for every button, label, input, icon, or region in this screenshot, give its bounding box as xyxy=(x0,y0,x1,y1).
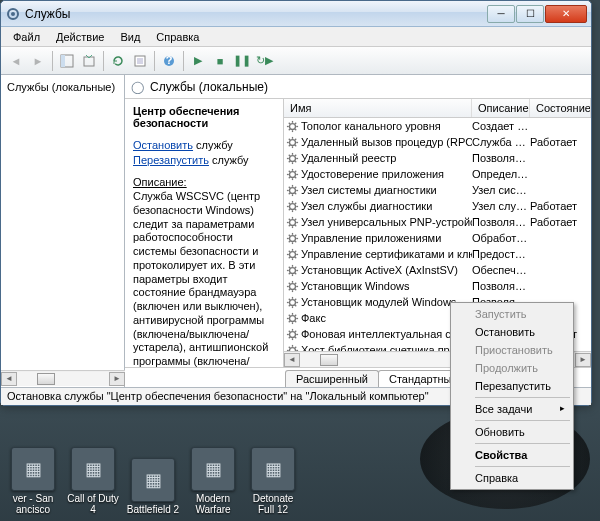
ctx-resume: Продолжить xyxy=(453,359,571,377)
titlebar[interactable]: Службы ─ ☐ ✕ xyxy=(1,1,591,27)
start-service-button[interactable]: ▶ xyxy=(187,50,209,72)
shortcut-label: Detonate Full 12 xyxy=(246,493,300,515)
ctx-help[interactable]: Справка xyxy=(453,469,571,487)
table-row[interactable]: Узел службы диагностикиУзел служ...Работ… xyxy=(284,198,591,214)
ctx-all-tasks[interactable]: Все задачи xyxy=(453,400,571,418)
table-row[interactable]: Узел системы диагностикиУзел систе... xyxy=(284,182,591,198)
cell-state: Работает xyxy=(530,200,591,212)
svg-line-116 xyxy=(295,304,296,305)
svg-line-18 xyxy=(289,128,290,129)
scroll-left-icon[interactable]: ◄ xyxy=(284,353,300,367)
pause-service-button[interactable]: ❚❚ xyxy=(231,50,253,72)
gear-icon xyxy=(286,184,299,197)
svg-line-37 xyxy=(295,154,296,155)
ctx-refresh[interactable]: Обновить xyxy=(453,423,571,441)
svg-line-80 xyxy=(295,240,296,241)
shortcut-label: Modern Warfare xyxy=(186,493,240,515)
table-row[interactable]: Управление сертификатами и ключом работо… xyxy=(284,246,591,262)
svg-text:?: ? xyxy=(166,54,173,66)
minimize-button[interactable]: ─ xyxy=(487,5,515,23)
scroll-track[interactable] xyxy=(17,372,109,386)
restart-service-button[interactable]: ↻▶ xyxy=(253,50,275,72)
scroll-right-icon[interactable]: ► xyxy=(109,372,125,386)
menu-action[interactable]: Действие xyxy=(48,29,112,45)
toolbar-separator xyxy=(103,51,104,71)
desktop-shortcut[interactable]: ▦ver - San ancisco xyxy=(6,447,60,515)
table-row[interactable]: Удаленный вызов процедур (RPC)Служба R..… xyxy=(284,134,591,150)
tree-pane[interactable]: Службы (локальные) xyxy=(1,75,125,387)
gear-icon xyxy=(286,136,299,149)
refresh-button[interactable] xyxy=(107,50,129,72)
svg-line-36 xyxy=(289,160,290,161)
svg-line-98 xyxy=(295,272,296,273)
svg-line-117 xyxy=(289,304,290,305)
table-row[interactable]: Удаленный реестрПозволяет... xyxy=(284,150,591,166)
col-state[interactable]: Состояние xyxy=(530,99,591,117)
svg-line-125 xyxy=(295,320,296,321)
cell-state: Работает xyxy=(530,136,591,148)
stop-service-button[interactable]: ■ xyxy=(209,50,231,72)
restart-link[interactable]: Перезапустить xyxy=(133,154,209,166)
tree-hscroll[interactable]: ◄ ► xyxy=(1,370,125,386)
svg-line-99 xyxy=(289,272,290,273)
description-text: Служба WSCSVC (центр безопасности Window… xyxy=(133,190,275,367)
svg-line-108 xyxy=(289,288,290,289)
maximize-button[interactable]: ☐ xyxy=(516,5,544,23)
svg-line-118 xyxy=(295,298,296,299)
cell-name: Хост библиотеки счетчика производительно… xyxy=(301,344,472,351)
svg-line-17 xyxy=(295,128,296,129)
cell-desc: Определя... xyxy=(472,168,530,180)
ctx-start: Запустить xyxy=(453,305,571,323)
show-hide-tree-button[interactable] xyxy=(56,50,78,72)
tree-root[interactable]: Службы (локальные) xyxy=(5,79,120,95)
scroll-thumb[interactable] xyxy=(37,373,55,385)
svg-line-64 xyxy=(295,202,296,203)
desktop-shortcut[interactable]: ▦Detonate Full 12 xyxy=(246,447,300,515)
desktop-shortcut[interactable]: ▦Call of Duty 4 xyxy=(66,447,120,515)
pane-back-icon[interactable]: ◯ xyxy=(131,80,144,94)
col-desc[interactable]: Описание xyxy=(472,99,530,117)
stop-link[interactable]: Остановить xyxy=(133,139,193,151)
ctx-restart[interactable]: Перезапустить xyxy=(453,377,571,395)
menu-help[interactable]: Справка xyxy=(148,29,207,45)
svg-point-119 xyxy=(290,315,296,321)
menu-file[interactable]: Файл xyxy=(5,29,48,45)
properties-button[interactable] xyxy=(129,50,151,72)
forward-button: ► xyxy=(27,50,49,72)
tab-extended[interactable]: Расширенный xyxy=(285,370,379,387)
table-row[interactable]: Установщик WindowsПозволяет... xyxy=(284,278,591,294)
ctx-stop[interactable]: Остановить xyxy=(453,323,571,341)
help-button[interactable]: ? xyxy=(158,50,180,72)
menu-view[interactable]: Вид xyxy=(112,29,148,45)
scroll-left-icon[interactable]: ◄ xyxy=(1,372,17,386)
desktop-shortcut[interactable]: ▦Battlefield 2 xyxy=(126,458,180,515)
svg-line-145 xyxy=(295,346,296,347)
shortcut-label: Battlefield 2 xyxy=(127,504,179,515)
svg-point-65 xyxy=(290,219,296,225)
toolbar-separator xyxy=(154,51,155,71)
table-row[interactable]: Установщик ActiveX (AxInstSV)Обеспечи... xyxy=(284,262,591,278)
svg-point-137 xyxy=(290,347,296,351)
svg-line-109 xyxy=(295,282,296,283)
toolbar-separator xyxy=(52,51,53,71)
cell-desc: Обработк... xyxy=(472,232,530,244)
scroll-thumb[interactable] xyxy=(320,354,338,366)
scroll-right-icon[interactable]: ► xyxy=(575,353,591,367)
close-button[interactable]: ✕ xyxy=(545,5,587,23)
window-title: Службы xyxy=(25,7,486,21)
export-button[interactable] xyxy=(78,50,100,72)
gear-icon xyxy=(286,216,299,229)
ctx-properties[interactable]: Свойства xyxy=(453,446,571,464)
svg-line-72 xyxy=(289,224,290,225)
table-row[interactable]: Удостоверение приложенияОпределя... xyxy=(284,166,591,182)
cell-desc: Служба R... xyxy=(472,136,530,148)
col-name[interactable]: Имя xyxy=(284,99,472,117)
cell-name: Управление сертификатами и ключом работо… xyxy=(301,248,472,260)
desktop-shortcut[interactable]: ▦Modern Warfare xyxy=(186,447,240,515)
cell-name: Узел универсальных PNP-устройств xyxy=(301,216,472,228)
table-row[interactable]: Тополог канального уровняСоздает ка... xyxy=(284,118,591,134)
svg-line-82 xyxy=(295,234,296,235)
toolbar-separator xyxy=(183,51,184,71)
table-row[interactable]: Управление приложениямиОбработк... xyxy=(284,230,591,246)
table-row[interactable]: Узел универсальных PNP-устройствПозволяе… xyxy=(284,214,591,230)
